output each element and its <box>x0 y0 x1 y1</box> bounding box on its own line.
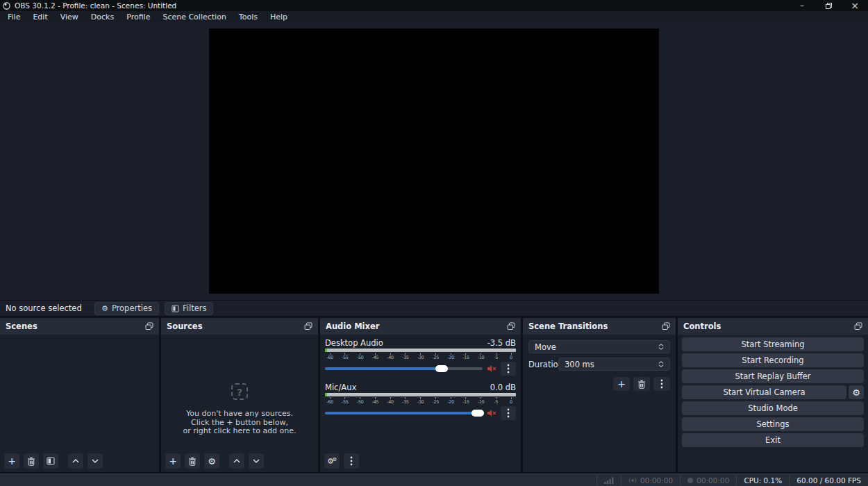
add-source-button[interactable]: + <box>165 453 181 469</box>
preview-canvas[interactable] <box>209 28 659 294</box>
mute-speaker-icon[interactable] <box>487 364 496 373</box>
channel-db-value: 0.0 dB <box>490 383 516 393</box>
meter-scale: -60-55-50-45-40-35-30-25-20-15-10-50 <box>325 397 516 405</box>
start-virtual-camera-button[interactable]: Start Virtual Camera <box>682 385 846 399</box>
menu-docks[interactable]: Docks <box>85 11 120 22</box>
sources-list[interactable]: ? You don't have any sources. Click the … <box>161 335 318 450</box>
popout-icon[interactable] <box>854 322 862 330</box>
restore-button[interactable] <box>815 0 842 11</box>
trash-icon <box>27 457 35 466</box>
channel-menu-button[interactable] <box>501 362 516 376</box>
gear-icon: ⚙ <box>852 387 860 398</box>
meter-tick: -5 <box>492 353 500 360</box>
meter-tick: -40 <box>386 353 394 360</box>
source-properties-button[interactable]: ⚙ <box>204 453 219 469</box>
menu-edit[interactable]: Edit <box>26 11 53 22</box>
popout-icon[interactable] <box>662 322 670 330</box>
popout-icon[interactable] <box>507 322 515 330</box>
controls-panel: Controls Start Streaming Start Recording… <box>678 318 868 472</box>
mixer-menu-button[interactable] <box>344 453 359 469</box>
move-scene-up-button[interactable] <box>68 453 83 469</box>
menu-help[interactable]: Help <box>264 11 294 22</box>
volume-slider[interactable] <box>325 367 483 370</box>
move-source-down-button[interactable] <box>249 453 264 469</box>
settings-button[interactable]: Settings <box>682 417 864 431</box>
start-recording-button[interactable]: Start Recording <box>682 353 864 367</box>
trash-icon <box>188 457 197 466</box>
duration-spinbox[interactable]: 300 ms <box>558 358 670 371</box>
popout-icon[interactable] <box>145 322 153 330</box>
record-icon <box>687 478 693 483</box>
meter-tick: -20 <box>446 353 455 360</box>
filters-button[interactable]: Filters <box>165 302 213 315</box>
kebab-menu-icon <box>507 408 510 418</box>
slider-handle[interactable] <box>435 365 448 372</box>
meter-tick: -35 <box>401 353 410 360</box>
advanced-audio-button[interactable]: ⚙⚙ <box>324 453 340 469</box>
add-transition-button[interactable]: + <box>613 377 630 391</box>
meter-tick: -50 <box>356 353 365 360</box>
network-status <box>596 476 621 485</box>
transition-select[interactable]: Move <box>528 340 670 353</box>
audio-mixer-panel: Audio Mixer Desktop Audio -3.5 dB -60-55… <box>320 318 521 472</box>
move-source-up-button[interactable] <box>229 453 244 469</box>
menu-view[interactable]: View <box>54 11 85 22</box>
scenes-list[interactable] <box>0 335 159 450</box>
source-toolbar: No source selected ⚙ Properties Filters <box>0 300 868 318</box>
dock-row: Scenes + Sources <box>0 318 868 474</box>
sources-empty-text[interactable]: or right click here to add one. <box>161 427 318 436</box>
chevron-up-icon <box>233 459 240 463</box>
scene-filters-button[interactable] <box>43 453 58 469</box>
gear-icon: ⚙ <box>208 457 216 466</box>
audio-mixer-panel-title: Audio Mixer <box>326 321 379 331</box>
status-bar: 00:00:00 00:00:00 CPU: 0.1% 60.00 / 60.0… <box>0 474 868 486</box>
start-replay-buffer-button[interactable]: Start Replay Buffer <box>682 369 864 383</box>
kebab-menu-icon <box>660 379 663 389</box>
meter-tick: -25 <box>431 353 440 360</box>
signal-bars-icon <box>604 477 614 484</box>
close-button[interactable]: × <box>842 0 868 11</box>
channel-menu-button[interactable] <box>501 406 516 420</box>
sources-empty-text: You don't have any sources. <box>161 410 318 419</box>
no-source-label: No source selected <box>6 303 94 313</box>
start-streaming-button[interactable]: Start Streaming <box>682 337 864 351</box>
meter-tick: 0 <box>507 353 515 360</box>
properties-button[interactable]: ⚙ Properties <box>94 302 159 315</box>
menu-tools[interactable]: Tools <box>233 11 264 22</box>
meter-tick: -25 <box>431 397 440 405</box>
transition-properties-button[interactable] <box>653 377 670 391</box>
spinner-arrows-icon <box>658 344 664 350</box>
menu-scene-collection[interactable]: Scene Collection <box>156 11 232 22</box>
channel-db-value: -3.5 dB <box>487 338 516 349</box>
volume-slider[interactable] <box>325 412 483 414</box>
filters-icon <box>47 457 55 465</box>
mute-speaker-icon[interactable] <box>487 409 496 417</box>
scene-transitions-panel-title: Scene Transitions <box>528 321 608 331</box>
meter-tick: -15 <box>462 397 470 405</box>
menu-profile[interactable]: Profile <box>120 11 156 22</box>
minimize-button[interactable]: – <box>789 0 815 11</box>
channel-name: Desktop Audio <box>325 338 383 349</box>
duration-label: Duration <box>528 360 558 369</box>
menu-file[interactable]: File <box>1 11 26 22</box>
exit-button[interactable]: Exit <box>682 433 864 447</box>
broadcast-icon <box>628 477 637 484</box>
virtual-camera-settings-button[interactable]: ⚙ <box>849 385 864 399</box>
filters-icon <box>172 305 179 312</box>
popout-icon[interactable] <box>304 322 312 330</box>
studio-mode-button[interactable]: Studio Mode <box>682 401 864 415</box>
fps-indicator: 60.00 / 60.00 FPS <box>789 476 868 485</box>
remove-transition-button[interactable] <box>633 377 650 391</box>
meter-tick: -40 <box>386 397 394 405</box>
move-scene-down-button[interactable] <box>87 453 103 469</box>
remove-source-button[interactable] <box>185 453 200 469</box>
mixer-channel-mic-aux: Mic/Aux 0.0 dB -60-55-50-45-40-35-30-25-… <box>325 383 516 421</box>
kebab-menu-icon <box>350 456 353 466</box>
meter-tick: -30 <box>417 353 425 360</box>
remove-scene-button[interactable] <box>24 453 39 469</box>
add-scene-button[interactable]: + <box>4 453 19 469</box>
window-title: OBS 30.1.2 - Profile: clean - Scenes: Un… <box>15 1 176 10</box>
spinner-arrows-icon <box>658 361 664 367</box>
slider-handle[interactable] <box>471 410 484 417</box>
obs-logo-icon <box>3 2 10 10</box>
